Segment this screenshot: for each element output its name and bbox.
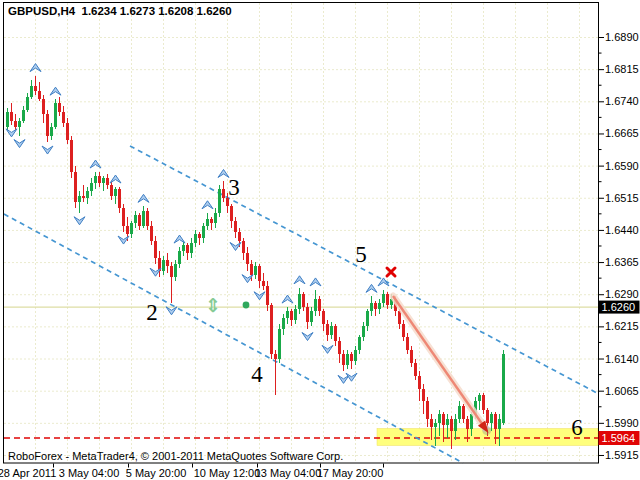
candle-body bbox=[78, 196, 81, 202]
candle-body bbox=[338, 341, 341, 354]
candle-body bbox=[42, 99, 45, 114]
candle-body bbox=[346, 354, 349, 365]
candle-body bbox=[442, 414, 445, 425]
price-axis-label: 1.5915 bbox=[605, 449, 639, 461]
price-axis-label: 1.6290 bbox=[605, 288, 639, 300]
candle-body bbox=[386, 294, 389, 305]
candle-body bbox=[454, 419, 457, 432]
candle-body bbox=[342, 354, 345, 365]
candle-body bbox=[462, 406, 465, 419]
candle-body bbox=[366, 311, 369, 326]
price-axis-label: 1.6740 bbox=[605, 95, 639, 107]
candle-body bbox=[14, 121, 17, 127]
candle-body bbox=[470, 414, 473, 429]
bid-price-badge-value: 1.6260 bbox=[602, 301, 636, 313]
candle-body bbox=[110, 185, 113, 196]
fractal-down-icon bbox=[6, 129, 17, 137]
price-axis-label: 1.6365 bbox=[605, 256, 639, 268]
wave-number-label: 2 bbox=[146, 300, 158, 325]
target-zone-layer bbox=[4, 429, 598, 446]
price-axis-label: 1.6890 bbox=[605, 31, 639, 43]
candle-body bbox=[238, 232, 241, 241]
fractal-down-icon bbox=[74, 217, 85, 225]
mt4-chart-window: 23456⇕ 1.68901.68151.67401.66651.65901.6… bbox=[0, 0, 640, 480]
candle-body bbox=[230, 206, 233, 221]
candle-body bbox=[494, 414, 497, 429]
candle-body bbox=[62, 112, 65, 123]
candle-body bbox=[90, 183, 93, 192]
candle-body bbox=[58, 103, 61, 112]
fractal-down-icon bbox=[42, 146, 53, 154]
candle-body bbox=[218, 189, 221, 213]
candle-body bbox=[270, 305, 273, 354]
time-axis-label: 10 May 12:00 bbox=[194, 467, 261, 479]
fractal-down-icon bbox=[302, 333, 313, 341]
candle-body bbox=[246, 253, 249, 264]
candle-body bbox=[122, 208, 125, 225]
candle-body bbox=[290, 311, 293, 320]
candle-body bbox=[378, 303, 381, 309]
candle-body bbox=[178, 251, 181, 264]
candle-body bbox=[134, 215, 137, 224]
candle-body bbox=[330, 326, 333, 335]
candle-body bbox=[138, 215, 141, 226]
candle-body bbox=[334, 326, 337, 341]
candle-body bbox=[46, 114, 49, 135]
fractal-up-icon bbox=[310, 278, 321, 286]
candle-body bbox=[422, 389, 425, 402]
candle-body bbox=[118, 189, 121, 208]
candle-body bbox=[438, 414, 441, 423]
forecast-arrow-line bbox=[393, 296, 483, 425]
candle-body bbox=[434, 423, 437, 427]
candle-body bbox=[310, 311, 313, 322]
candle-body bbox=[242, 241, 245, 254]
dot-marker-icon bbox=[243, 302, 250, 309]
candle-body bbox=[446, 419, 449, 425]
copyright-text: RoboForex - MetaTrader4, © 2001-2011 Met… bbox=[8, 450, 343, 462]
wave-number-label: 6 bbox=[571, 415, 583, 440]
chart-title: GBPUSD,H4 1.6234 1.6273 1.6208 1.6260 bbox=[8, 5, 232, 17]
fractal-up-icon bbox=[174, 235, 185, 243]
candle-body bbox=[262, 281, 265, 285]
wave-number-label: 5 bbox=[355, 242, 367, 267]
frame-layer bbox=[4, 3, 599, 464]
candle-body bbox=[194, 234, 197, 243]
price-axis: 1.68901.68151.67401.66651.65901.65151.64… bbox=[599, 31, 640, 461]
candle-body bbox=[182, 245, 185, 251]
candle-body bbox=[10, 112, 13, 121]
candle-body bbox=[482, 395, 485, 410]
wave-number-label: 3 bbox=[228, 175, 240, 200]
candle-body bbox=[450, 419, 453, 432]
candle-body bbox=[322, 311, 325, 324]
candle-body bbox=[402, 324, 405, 337]
candle-body bbox=[54, 103, 57, 127]
candle-body bbox=[142, 211, 145, 226]
candle-body bbox=[18, 121, 21, 127]
candle-body bbox=[66, 123, 69, 140]
time-axis: 28 Apr 20113 May 04:005 May 20:0010 May … bbox=[0, 464, 384, 480]
channel-upper-line bbox=[130, 146, 597, 393]
candle-body bbox=[286, 311, 289, 317]
candle-body bbox=[70, 140, 73, 172]
price-axis-label: 1.6665 bbox=[605, 127, 639, 139]
candle-body bbox=[374, 303, 377, 309]
fractal-up-icon bbox=[138, 194, 149, 202]
candle-body bbox=[398, 311, 401, 324]
price-chart[interactable]: 23456⇕ 1.68901.68151.67401.66651.65901.6… bbox=[0, 0, 640, 480]
candle-body bbox=[458, 406, 461, 419]
time-axis-label: 5 May 20:00 bbox=[126, 467, 187, 479]
candle-body bbox=[34, 86, 37, 90]
candle-body bbox=[490, 414, 493, 423]
fractal-down-icon bbox=[166, 307, 177, 315]
fractal-up-icon bbox=[202, 201, 213, 209]
candle-body bbox=[130, 223, 133, 234]
candle-body bbox=[98, 176, 101, 182]
candle-body bbox=[502, 354, 505, 423]
candle-body bbox=[198, 234, 201, 238]
fractal-down-icon bbox=[338, 375, 349, 383]
candle-body bbox=[410, 350, 413, 363]
candle-body bbox=[82, 196, 85, 198]
candle-body bbox=[478, 395, 481, 401]
fractal-up-icon bbox=[50, 87, 61, 95]
candle-body bbox=[358, 337, 361, 350]
